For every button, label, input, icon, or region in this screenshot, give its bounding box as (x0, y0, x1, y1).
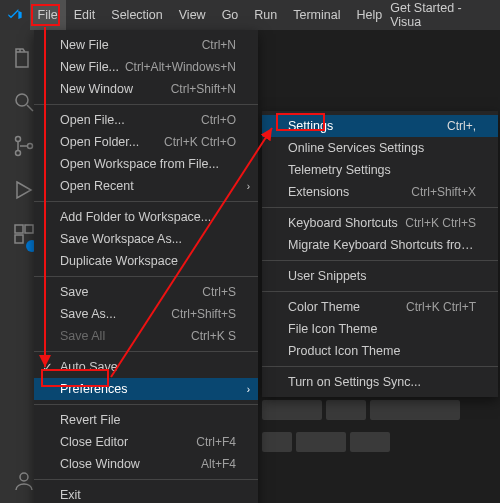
file-menu-auto-save[interactable]: ✓Auto Save (34, 356, 258, 378)
file-menu-close-window[interactable]: Close WindowAlt+F4 (34, 453, 258, 475)
svg-point-7 (20, 473, 28, 481)
menu-separator (34, 276, 258, 277)
file-menu-preferences[interactable]: Preferences› (34, 378, 258, 400)
menu-item-label: Keyboard Shortcuts (288, 216, 405, 230)
file-menu-dropdown: New FileCtrl+NNew File...Ctrl+Alt+Window… (34, 30, 258, 503)
pref-menu-user-snippets[interactable]: User Snippets (262, 265, 498, 287)
menu-item-label: Save Workspace As... (60, 232, 236, 246)
menu-item-accelerator: Ctrl+Shift+X (411, 185, 476, 199)
file-menu-save-workspace-as[interactable]: Save Workspace As... (34, 228, 258, 250)
file-menu-revert-file[interactable]: Revert File (34, 409, 258, 431)
menu-item-label: Settings (288, 119, 447, 133)
menu-item-label: Preferences (60, 382, 236, 396)
menu-item-label: New Window (60, 82, 171, 96)
menu-item-accelerator: Ctrl+Shift+N (171, 82, 236, 96)
pref-menu-settings[interactable]: SettingsCtrl+, (262, 115, 498, 137)
menu-item-label: New File... (60, 60, 125, 74)
titlebar: File Edit Selection View Go Run Terminal… (0, 0, 500, 30)
editor-blurred-content (262, 400, 472, 460)
menu-item-label: Save (60, 285, 202, 299)
menu-item-label: Open Workspace from File... (60, 157, 236, 171)
menu-item-label: Open File... (60, 113, 201, 127)
menu-item-accelerator: Ctrl+Shift+S (171, 307, 236, 321)
pref-menu-color-theme[interactable]: Color ThemeCtrl+K Ctrl+T (262, 296, 498, 318)
window-title: Get Started - Visua (390, 1, 500, 29)
menu-item-label: Migrate Keyboard Shortcuts from... (288, 238, 476, 252)
file-menu-duplicate-workspace[interactable]: Duplicate Workspace (34, 250, 258, 272)
file-menu-close-editor[interactable]: Close EditorCtrl+F4 (34, 431, 258, 453)
menu-item-label: Duplicate Workspace (60, 254, 236, 268)
menu-item-accelerator: Ctrl+, (447, 119, 476, 133)
menu-item-accelerator: Ctrl+K Ctrl+T (406, 300, 476, 314)
menu-item-label: Extensions (288, 185, 411, 199)
pref-menu-online-services-settings[interactable]: Online Services Settings (262, 137, 498, 159)
menu-separator (262, 260, 498, 261)
pref-menu-extensions[interactable]: ExtensionsCtrl+Shift+X (262, 181, 498, 203)
file-menu-new-file[interactable]: New File...Ctrl+Alt+Windows+N (34, 56, 258, 78)
menu-item-label: Open Folder... (60, 135, 164, 149)
file-menu-save[interactable]: SaveCtrl+S (34, 281, 258, 303)
file-menu-add-folder-to-workspace[interactable]: Add Folder to Workspace... (34, 206, 258, 228)
menu-item-label: Close Window (60, 457, 201, 471)
file-menu-open-folder[interactable]: Open Folder...Ctrl+K Ctrl+O (34, 131, 258, 153)
svg-rect-6 (15, 235, 23, 243)
menu-item-label: Save All (60, 329, 191, 343)
menu-item-accelerator: Ctrl+O (201, 113, 236, 127)
menu-separator (34, 201, 258, 202)
menu-view[interactable]: View (171, 0, 214, 30)
menu-item-label: Turn on Settings Sync... (288, 375, 476, 389)
chevron-right-icon: › (247, 384, 250, 395)
menu-separator (262, 366, 498, 367)
file-menu-save-all: Save AllCtrl+K S (34, 325, 258, 347)
svg-point-2 (16, 151, 21, 156)
vscode-logo-icon (6, 6, 24, 24)
menu-separator (262, 291, 498, 292)
menu-item-accelerator: Ctrl+N (202, 38, 236, 52)
file-menu-exit[interactable]: Exit (34, 484, 258, 503)
menu-go[interactable]: Go (214, 0, 247, 30)
file-menu-open-file[interactable]: Open File...Ctrl+O (34, 109, 258, 131)
menu-separator (262, 207, 498, 208)
svg-point-3 (28, 144, 33, 149)
menu-item-accelerator: Ctrl+K Ctrl+S (405, 216, 476, 230)
menu-item-accelerator: Ctrl+K Ctrl+O (164, 135, 236, 149)
menu-edit[interactable]: Edit (66, 0, 104, 30)
menu-item-accelerator: Ctrl+S (202, 285, 236, 299)
file-menu-open-recent[interactable]: Open Recent› (34, 175, 258, 197)
menu-item-label: File Icon Theme (288, 322, 476, 336)
pref-menu-file-icon-theme[interactable]: File Icon Theme (262, 318, 498, 340)
menu-item-accelerator: Ctrl+Alt+Windows+N (125, 60, 236, 74)
menu-item-label: Color Theme (288, 300, 406, 314)
menu-separator (34, 104, 258, 105)
menu-item-label: Revert File (60, 413, 236, 427)
svg-rect-5 (25, 225, 33, 233)
menu-terminal[interactable]: Terminal (285, 0, 348, 30)
menu-item-label: Open Recent (60, 179, 236, 193)
file-menu-new-file[interactable]: New FileCtrl+N (34, 34, 258, 56)
menu-item-label: Close Editor (60, 435, 196, 449)
file-menu-new-window[interactable]: New WindowCtrl+Shift+N (34, 78, 258, 100)
menu-item-label: Auto Save (60, 360, 236, 374)
preferences-submenu: SettingsCtrl+,Online Services SettingsTe… (262, 111, 498, 397)
menu-item-accelerator: Alt+F4 (201, 457, 236, 471)
pref-menu-product-icon-theme[interactable]: Product Icon Theme (262, 340, 498, 362)
menu-item-accelerator: Ctrl+K S (191, 329, 236, 343)
menu-file[interactable]: File (30, 0, 66, 30)
menu-separator (34, 404, 258, 405)
pref-menu-migrate-keyboard-shortcuts-from[interactable]: Migrate Keyboard Shortcuts from... (262, 234, 498, 256)
menu-item-label: Product Icon Theme (288, 344, 476, 358)
menu-run[interactable]: Run (246, 0, 285, 30)
pref-menu-turn-on-settings-sync[interactable]: Turn on Settings Sync... (262, 371, 498, 393)
menu-item-label: Online Services Settings (288, 141, 476, 155)
pref-menu-telemetry-settings[interactable]: Telemetry Settings (262, 159, 498, 181)
pref-menu-keyboard-shortcuts[interactable]: Keyboard ShortcutsCtrl+K Ctrl+S (262, 212, 498, 234)
menu-item-accelerator: Ctrl+F4 (196, 435, 236, 449)
menu-help[interactable]: Help (349, 0, 391, 30)
menu-separator (34, 479, 258, 480)
file-menu-open-workspace-from-file[interactable]: Open Workspace from File... (34, 153, 258, 175)
menu-separator (34, 351, 258, 352)
menubar: File Edit Selection View Go Run Terminal… (30, 0, 391, 30)
file-menu-save-as[interactable]: Save As...Ctrl+Shift+S (34, 303, 258, 325)
menu-item-label: Save As... (60, 307, 171, 321)
menu-selection[interactable]: Selection (103, 0, 170, 30)
